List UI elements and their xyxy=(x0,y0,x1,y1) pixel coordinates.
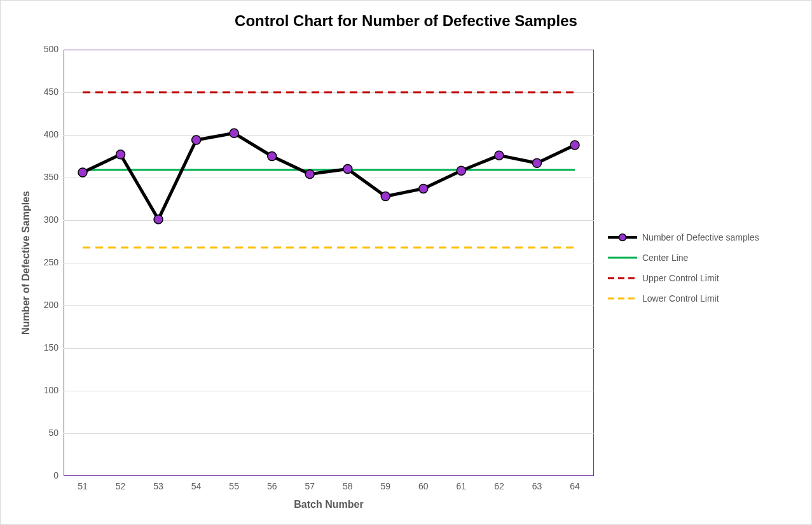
data-marker xyxy=(78,168,87,177)
legend-swatch-lcl xyxy=(608,292,637,305)
legend-label-ucl: Upper Control Limit xyxy=(642,273,719,283)
data-marker xyxy=(192,136,201,144)
y-axis-title: Number of Defective Samples xyxy=(20,50,32,476)
y-tick-label: 400 xyxy=(44,129,58,139)
svg-point-1 xyxy=(619,234,626,241)
data-marker xyxy=(570,141,579,150)
data-marker xyxy=(305,170,314,179)
x-tick-label: 54 xyxy=(187,481,206,491)
x-tick-label: 58 xyxy=(338,481,357,491)
y-tick-label: 0 xyxy=(53,470,58,480)
data-marker xyxy=(116,150,125,159)
x-tick-label: 56 xyxy=(263,481,282,491)
x-tick-label: 57 xyxy=(300,481,319,491)
x-tick-label: 63 xyxy=(527,481,546,491)
legend-label-lcl: Lower Control Limit xyxy=(642,293,719,304)
x-tick-label: 51 xyxy=(73,481,92,491)
x-tick-label: 52 xyxy=(111,481,130,491)
x-tick-label: 60 xyxy=(414,481,433,491)
x-tick-label: 59 xyxy=(376,481,395,491)
x-tick-label: 64 xyxy=(565,481,584,491)
data-marker xyxy=(457,166,465,175)
y-tick-label: 300 xyxy=(44,214,58,225)
y-tick-label: 450 xyxy=(44,87,58,97)
x-axis-title: Batch Number xyxy=(64,499,594,510)
y-tick-label: 50 xyxy=(48,428,58,438)
legend-swatch-ucl xyxy=(608,272,637,284)
x-tick-label: 62 xyxy=(490,481,509,491)
plot-svg xyxy=(64,50,594,476)
data-marker xyxy=(230,129,238,137)
legend-item-lcl: Lower Control Limit xyxy=(608,288,799,309)
legend-swatch-center xyxy=(608,251,637,264)
y-tick-label: 250 xyxy=(44,257,58,267)
data-marker xyxy=(419,184,428,193)
legend: Number of Defective samples Center Line … xyxy=(608,227,799,309)
y-tick-label: 150 xyxy=(44,342,58,353)
legend-item-center: Center Line xyxy=(608,248,799,268)
series-defectives-line xyxy=(83,133,575,219)
y-axis-title-text: Number of Defective Samples xyxy=(20,191,32,335)
y-tick-label: 500 xyxy=(44,44,58,54)
data-marker xyxy=(495,151,504,160)
data-marker xyxy=(154,215,163,224)
legend-label-defectives: Number of Defective samples xyxy=(642,232,759,242)
x-tick-label: 55 xyxy=(224,481,244,491)
y-tick-label: 100 xyxy=(44,385,58,395)
x-tick-label: 61 xyxy=(451,481,471,491)
legend-item-defectives: Number of Defective samples xyxy=(608,227,799,248)
legend-swatch-defectives xyxy=(608,231,637,244)
chart-frame: Control Chart for Number of Defective Sa… xyxy=(0,0,812,525)
legend-label-center: Center Line xyxy=(642,253,688,263)
data-marker xyxy=(381,192,390,200)
data-marker xyxy=(532,158,541,167)
chart-title: Control Chart for Number of Defective Sa… xyxy=(1,12,811,30)
y-tick-label: 200 xyxy=(44,300,58,310)
data-marker xyxy=(268,152,277,161)
data-marker xyxy=(343,165,352,174)
y-tick-label: 350 xyxy=(44,172,58,182)
x-tick-label: 53 xyxy=(149,481,168,491)
legend-item-ucl: Upper Control Limit xyxy=(608,268,799,288)
